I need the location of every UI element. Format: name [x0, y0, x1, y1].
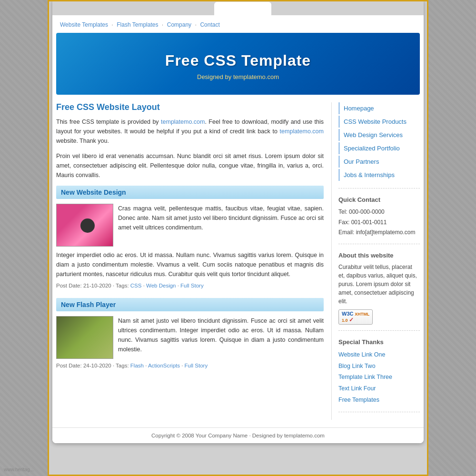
- special-thanks-section: Special Thanks Website Link One Blog Lin…: [338, 338, 420, 412]
- nav-link-flash-templates[interactable]: Flash Templates: [117, 21, 158, 28]
- article-2-header: New Flash Player: [56, 298, 324, 311]
- contact-fax: Fax: 001-001-0011: [338, 218, 420, 228]
- sidebar-item-css-products[interactable]: CSS Website Products: [338, 116, 420, 128]
- main-content: Free CSS Website Layout This free CSS te…: [56, 102, 332, 420]
- watermark: www.heritag...: [4, 467, 34, 472]
- special-link-2[interactable]: Blog Link Two: [338, 361, 420, 372]
- article-2-fullstory[interactable]: Full Story: [185, 363, 208, 368]
- sidebar-item-jobs[interactable]: Jobs & Internships: [338, 169, 420, 181]
- main-heading: Free CSS Website Layout: [56, 102, 324, 112]
- contact-email: Email: info[at]templatemo.com: [338, 228, 420, 238]
- article-1-meta: Post Date: 21-10-2020 · Tags: CSS · Web …: [56, 283, 324, 288]
- article-1-header: New Website Design: [56, 186, 324, 199]
- article-1-tag-webdesign[interactable]: Web Design: [146, 283, 176, 288]
- sidebar: Homepage CSS Website Products Web Design…: [332, 102, 420, 420]
- nav-sep-2: ·: [162, 22, 163, 28]
- special-link-4[interactable]: Text Link Four: [338, 383, 420, 395]
- article-1-fullstory[interactable]: Full Story: [180, 283, 204, 288]
- about-heading: About this website: [338, 252, 420, 259]
- article-2-meta: Post Date: 24-10-2020 · Tags: Flash · Ac…: [56, 363, 324, 368]
- sidebar-item-web-design[interactable]: Web Design Services: [338, 129, 420, 141]
- article-2-text-short: Nam sit amet justo vel libero tincidunt …: [118, 316, 324, 359]
- sidebar-item-partners[interactable]: Our Partners: [338, 156, 420, 168]
- templatemo-link-2[interactable]: templatemo.com: [280, 128, 324, 135]
- article-2: New Flash Player Nam sit amet justo vel …: [56, 298, 324, 368]
- sidebar-nav: Homepage CSS Website Products Web Design…: [338, 102, 420, 188]
- article-2-image: [56, 316, 113, 359]
- contact-tel: Tel: 000-000-0000: [338, 207, 420, 218]
- quick-contact-info: Tel: 000-000-0000 Fax: 001-001-0011 Emai…: [338, 207, 420, 238]
- article-1-image: [56, 204, 113, 247]
- article-1: New Website Design Cras magna velit, pel…: [56, 186, 324, 288]
- special-thanks-heading: Special Thanks: [338, 338, 420, 346]
- intro-paragraph-1: This free CSS template is provided by te…: [56, 117, 324, 146]
- w3c-badge: W3C XHTML1.0 ✓: [338, 309, 373, 325]
- footer: Copyright © 2008 Your Company Name · Des…: [52, 427, 424, 443]
- nav-sep-1: ·: [112, 22, 113, 28]
- nav-link-contact[interactable]: Contact: [200, 21, 219, 28]
- top-nav: Website Templates · Flash Templates · Co…: [52, 15, 424, 33]
- sidebar-item-portfolio[interactable]: Specialized Portfolio: [338, 142, 420, 154]
- nav-link-company[interactable]: Company: [167, 21, 191, 28]
- site-subtitle: Designed by templatemo.com: [66, 73, 410, 80]
- footer-text: Copyright © 2008 Your Company Name · Des…: [151, 433, 325, 438]
- special-thanks-links: Website Link One Blog Link Two Template …: [338, 349, 420, 406]
- article-2-tag-actionscripts[interactable]: ActionScripts: [148, 363, 180, 368]
- site-title: Free CSS Template: [66, 52, 410, 69]
- header-banner: Free CSS Template Designed by templatemo…: [56, 33, 420, 95]
- article-1-text-long: Integer imperdiet odio ac eros. Ut id ma…: [56, 250, 324, 279]
- quick-contact-section: Quick Contact Tel: 000-000-0000 Fax: 001…: [338, 196, 420, 244]
- sidebar-item-homepage[interactable]: Homepage: [338, 102, 420, 114]
- quick-contact-heading: Quick Contact: [338, 196, 420, 203]
- special-link-1[interactable]: Website Link One: [338, 349, 420, 361]
- article-1-tag-css[interactable]: CSS: [130, 283, 142, 288]
- about-section: About this website Curabitur velit tellu…: [338, 252, 420, 331]
- special-link-3[interactable]: Template Link Three: [338, 372, 420, 383]
- nav-sep-3: ·: [195, 22, 197, 28]
- special-link-5[interactable]: Free Templates: [338, 395, 420, 406]
- article-1-text-short: Cras magna velit, pellentesque mattis, f…: [118, 204, 324, 247]
- article-2-tag-flash[interactable]: Flash: [130, 363, 144, 368]
- about-text: Curabitur velit tellus, placerat et, dap…: [338, 263, 420, 306]
- templatemo-link-1[interactable]: templatemo.com: [161, 119, 205, 125]
- nav-link-website-templates[interactable]: Website Templates: [60, 21, 108, 28]
- intro-paragraph-2: Proin vel libero id erat venenatis accum…: [56, 151, 324, 180]
